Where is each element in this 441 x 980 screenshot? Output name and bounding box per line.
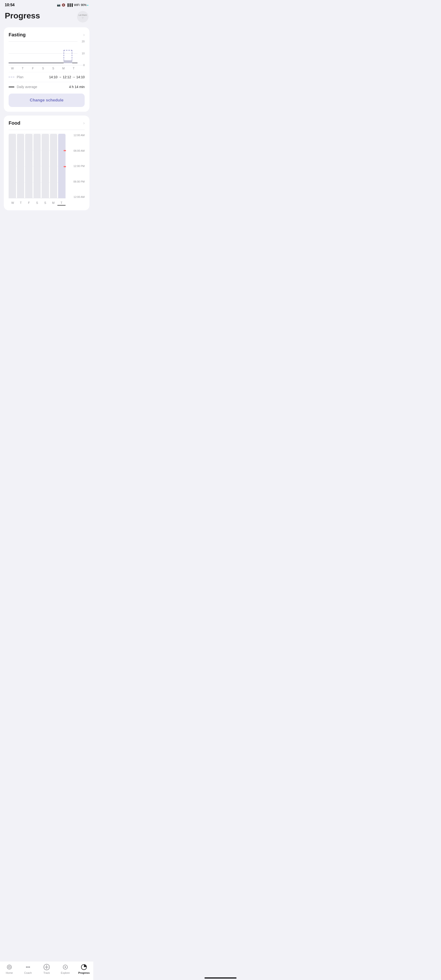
food-card-header: Food › <box>9 120 85 126</box>
meal-marker-1 <box>63 150 66 151</box>
avg-line-icon <box>9 87 14 88</box>
plan-legend-row: Plan 14:10 → 12:12 → 14:10 <box>9 72 85 82</box>
plan-line-icon <box>9 77 14 77</box>
food-day-labels: W T F S S M T <box>9 201 65 205</box>
fasting-title: Fasting <box>9 32 25 38</box>
food-title: Food <box>9 120 20 126</box>
food-bar-t1 <box>17 134 24 198</box>
avatar-text: Let them♡ <box>78 14 87 19</box>
food-bar-s2 <box>41 134 49 198</box>
battery-pct: 90% <box>81 3 87 7</box>
food-y-label-0: 12:00 AM <box>67 134 85 137</box>
wifi-icon: WiFi <box>74 3 79 7</box>
fasting-chevron[interactable]: › <box>83 32 85 37</box>
food-day-f: F <box>25 201 33 205</box>
plan-legend-left: Plan <box>9 75 24 79</box>
day-label-w: W <box>9 67 16 70</box>
scroll-content: Fasting › 20 10 0 W T <box>0 27 93 238</box>
food-day-s1: S <box>33 201 41 205</box>
fasting-card: Fasting › 20 10 0 W T <box>4 27 89 112</box>
food-card: Food › 12:00 AM 06:00 AM 12:00 PM 06:00 … <box>4 116 89 210</box>
avg-legend-row: Daily average 4 h 14 min <box>9 82 85 92</box>
plan-legend-label: Plan <box>17 75 24 79</box>
chart-label-10: 10 <box>82 52 85 55</box>
food-y-label-3: 06:00 PM <box>67 180 85 183</box>
chart-label-0: 0 <box>83 64 85 67</box>
food-bar-w <box>9 134 16 198</box>
page-header: Progress Let them♡ <box>0 9 93 27</box>
avg-legend-label: Daily average <box>17 85 37 89</box>
status-bar: 10:54 📷 🔇 ▐▐▐ WiFi 90% ● <box>0 0 93 9</box>
day-label-m: M <box>60 67 67 70</box>
day-label-s1: S <box>39 67 47 70</box>
battery: 90% ● <box>81 3 89 7</box>
food-bar-f <box>25 134 33 198</box>
status-time: 10:54 <box>5 3 14 7</box>
food-day-w: W <box>9 201 17 205</box>
food-y-label-2: 12:00 PM <box>67 165 85 167</box>
page-title: Progress <box>5 11 40 20</box>
day-label-t2: T <box>70 67 78 70</box>
fasting-day-labels: W T F S S M T <box>9 65 85 70</box>
chart-label-20: 20 <box>82 40 85 43</box>
food-chevron[interactable]: › <box>83 121 85 126</box>
food-day-s2: S <box>41 201 49 205</box>
food-bar-s1 <box>33 134 41 198</box>
food-y-label-1: 06:00 AM <box>67 149 85 152</box>
day-label-f: F <box>29 67 36 70</box>
avg-legend-left: Daily average <box>9 85 37 89</box>
signal-icon: ▐▐▐ <box>67 3 73 7</box>
avg-legend-value: 4 h 14 min <box>69 85 85 89</box>
meal-marker-2 <box>63 166 66 167</box>
food-y-axis: 12:00 AM 06:00 AM 12:00 PM 06:00 PM 12:0… <box>67 134 85 198</box>
plan-legend-value: 14:10 → 12:12 → 14:10 <box>49 75 85 79</box>
food-chart-container: 12:00 AM 06:00 AM 12:00 PM 06:00 PM 12:0… <box>9 134 85 205</box>
mute-icon: 🔇 <box>62 3 65 7</box>
fasting-chart: 20 10 0 W T F S S M T <box>9 41 85 70</box>
gray-bar <box>63 60 72 63</box>
camera-icon: 📷 <box>57 3 60 7</box>
food-day-t1: T <box>17 201 25 205</box>
fasting-chart-area: 20 10 0 <box>9 41 85 65</box>
food-bar-t2-last <box>58 134 65 198</box>
status-icons: 📷 🔇 ▐▐▐ WiFi 90% ● <box>57 3 89 7</box>
battery-dot: ● <box>87 4 89 6</box>
fasting-card-header: Fasting › <box>9 32 85 38</box>
food-day-t2: T <box>57 201 65 205</box>
food-bars-area <box>9 134 65 198</box>
food-bar-m <box>50 134 57 198</box>
day-label-s2: S <box>49 67 57 70</box>
change-schedule-button[interactable]: Change schedule <box>9 94 85 107</box>
avatar-button[interactable]: Let them♡ <box>77 11 89 22</box>
day-label-t1: T <box>19 67 27 70</box>
food-y-label-4: 12:00 AM <box>67 196 85 198</box>
food-day-m: M <box>49 201 57 205</box>
